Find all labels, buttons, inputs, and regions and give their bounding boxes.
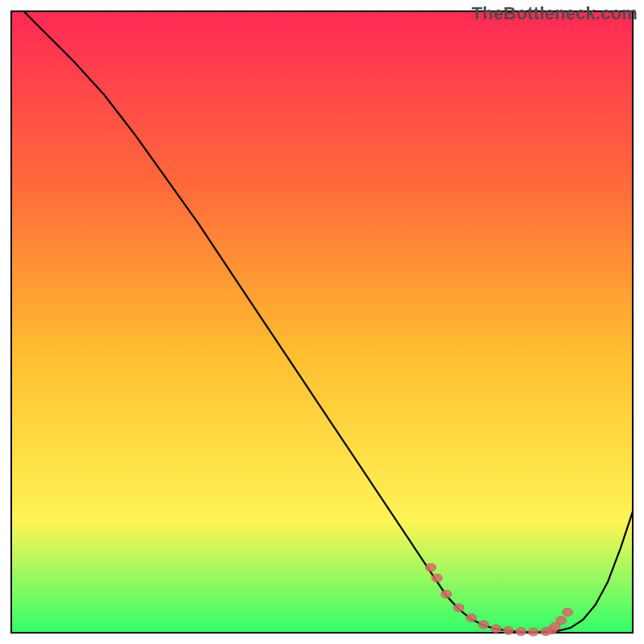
sweet-spot-marker <box>453 604 464 612</box>
sweet-spot-marker <box>491 625 502 633</box>
gradient-background <box>11 11 633 633</box>
sweet-spot-marker <box>426 564 436 572</box>
plot-svg <box>0 0 644 644</box>
sweet-spot-marker <box>478 621 489 629</box>
watermark-text: TheBottleneck.com <box>472 3 638 24</box>
bottleneck-chart: TheBottleneck.com <box>0 0 644 644</box>
sweet-spot-marker <box>431 574 442 582</box>
sweet-spot-marker <box>562 609 572 617</box>
sweet-spot-marker <box>503 626 514 634</box>
sweet-spot-marker <box>516 628 526 636</box>
sweet-spot-marker <box>466 613 477 621</box>
sweet-spot-marker <box>528 628 539 636</box>
sweet-spot-marker <box>441 590 452 598</box>
sweet-spot-marker <box>556 617 567 625</box>
